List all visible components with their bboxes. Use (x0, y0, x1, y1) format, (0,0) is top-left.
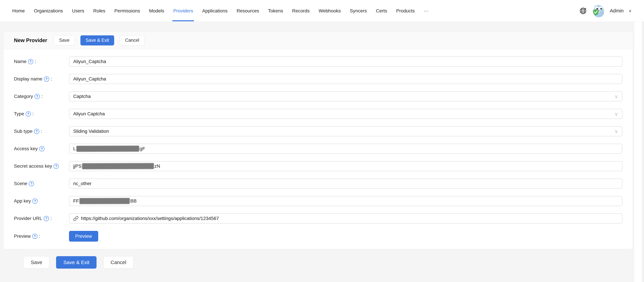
help-icon[interactable]: ? (44, 76, 49, 82)
help-icon[interactable]: ? (28, 59, 33, 64)
nav-item-tokens[interactable]: Tokens (264, 0, 288, 22)
access-key-label: Access key ? (14, 146, 69, 151)
nav-item-permissions[interactable]: Permissions (110, 0, 144, 22)
display-name-input[interactable]: Aliyun_Captcha (69, 74, 622, 84)
page-title: New Provider (14, 37, 47, 43)
cancel-button[interactable]: Cancel (120, 35, 144, 45)
help-icon[interactable]: ? (32, 234, 38, 239)
type-select[interactable]: Aliyun Captcha ∨ (69, 109, 622, 119)
nav-item-certs[interactable]: Certs (371, 0, 392, 22)
provider-card: New Provider Save Save & Exit Cancel Nam… (3, 31, 633, 249)
help-icon[interactable]: ? (54, 164, 59, 169)
avatar[interactable] (592, 4, 605, 18)
link-icon (73, 216, 78, 221)
name-label: Name ? : (14, 59, 69, 64)
nav-item-records[interactable]: Records (288, 0, 314, 22)
provider-form: Name ? : Aliyun_Captcha Display name ? :… (4, 49, 633, 249)
category-label: Category ? : (14, 94, 69, 99)
redaction-bar (80, 198, 130, 204)
form-row-provider-url: Provider URL ? : https://github.com/orga… (14, 213, 622, 224)
card-header: New Provider Save Save & Exit Cancel (4, 32, 633, 49)
form-row-display-name: Display name ? : Aliyun_Captcha (14, 74, 622, 84)
nav-item-webhooks[interactable]: Webhooks (314, 0, 345, 22)
redaction-bar (76, 146, 139, 152)
nav-item-roles[interactable]: Roles (89, 0, 110, 22)
scene-input[interactable]: nc_other (69, 178, 622, 189)
nav-item-resources[interactable]: Resources (232, 0, 264, 22)
help-icon[interactable]: ? (32, 198, 38, 204)
chevron-down-icon: ∨ (614, 111, 618, 117)
nav-item-users[interactable]: Users (67, 0, 89, 22)
sub-type-select[interactable]: Sliding Validation ∨ (69, 126, 622, 136)
form-row-secret-access-key: Secret access key ? jjPS zN (14, 161, 622, 171)
form-row-access-key: Access key ? L gF (14, 144, 622, 154)
form-row-name: Name ? : Aliyun_Captcha (14, 56, 622, 67)
help-icon[interactable]: ? (34, 129, 39, 134)
nav-item-syncers[interactable]: Syncers (345, 0, 371, 22)
page-content: New Provider Save Save & Exit Cancel Nam… (0, 22, 634, 282)
save-exit-button[interactable]: Save & Exit (80, 35, 114, 45)
footer-actions: Save Save & Exit Cancel (0, 249, 634, 269)
scene-label: Scene ? (14, 181, 69, 186)
form-row-scene: Scene ? nc_other (14, 178, 622, 189)
access-key-input[interactable]: L gF (69, 144, 622, 154)
redaction-bar (82, 163, 154, 169)
chevron-down-icon[interactable]: ∨ (628, 8, 632, 13)
nav-item-providers[interactable]: Providers (169, 0, 198, 22)
nav-items: HomeOrganizationsUsersRolesPermissionsMo… (8, 0, 433, 22)
save-exit-button-bottom[interactable]: Save & Exit (56, 256, 96, 269)
form-row-preview: Preview ? : Preview (14, 231, 622, 242)
type-label: Type ? : (14, 111, 69, 117)
top-nav: HomeOrganizationsUsersRolesPermissionsMo… (0, 0, 644, 22)
help-icon[interactable]: ? (26, 111, 31, 117)
preview-label: Preview ? : (14, 234, 69, 239)
nav-item-home[interactable]: Home (8, 0, 30, 22)
form-row-type: Type ? : Aliyun Captcha ∨ (14, 109, 622, 119)
nav-item-products[interactable]: Products (392, 0, 419, 22)
provider-url-input[interactable]: https://github.com/organizations/xxx/set… (69, 213, 622, 224)
preview-button[interactable]: Preview (69, 231, 98, 242)
nav-item-models[interactable]: Models (144, 0, 169, 22)
language-globe-icon[interactable] (579, 7, 587, 15)
save-button[interactable]: Save (54, 35, 75, 45)
user-menu-label[interactable]: Admin (610, 8, 624, 13)
category-select[interactable]: Captcha ∨ (69, 91, 622, 101)
cancel-button-bottom[interactable]: Cancel (103, 256, 133, 269)
sub-type-label: Sub type ? : (14, 129, 69, 134)
form-row-sub-type: Sub type ? : Sliding Validation ∨ (14, 126, 622, 136)
vertical-scrollbar[interactable] (634, 0, 644, 282)
help-icon[interactable]: ? (44, 216, 49, 221)
secret-access-key-label: Secret access key ? (14, 163, 69, 169)
app-key-input[interactable]: FF BB (69, 196, 622, 206)
nav-item-[interactable]: ··· (419, 0, 433, 22)
save-button-bottom[interactable]: Save (24, 256, 49, 269)
secret-access-key-input[interactable]: jjPS zN (69, 161, 622, 171)
form-row-category: Category ? : Captcha ∨ (14, 91, 622, 101)
help-icon[interactable]: ? (29, 181, 34, 186)
help-icon[interactable]: ? (39, 146, 44, 151)
nav-item-organizations[interactable]: Organizations (30, 0, 68, 22)
chevron-down-icon: ∨ (614, 94, 618, 99)
nav-item-applications[interactable]: Applications (198, 0, 232, 22)
scrollbar-edge (642, 0, 644, 282)
app-key-label: App key ? (14, 198, 69, 204)
form-row-app-key: App key ? FF BB (14, 196, 622, 206)
name-input[interactable]: Aliyun_Captcha (69, 56, 622, 67)
provider-url-label: Provider URL ? : (14, 216, 69, 221)
help-icon[interactable]: ? (34, 94, 40, 99)
display-name-label: Display name ? : (14, 76, 69, 82)
nav-right: Admin ∨ (579, 4, 632, 18)
chevron-down-icon: ∨ (614, 129, 618, 134)
